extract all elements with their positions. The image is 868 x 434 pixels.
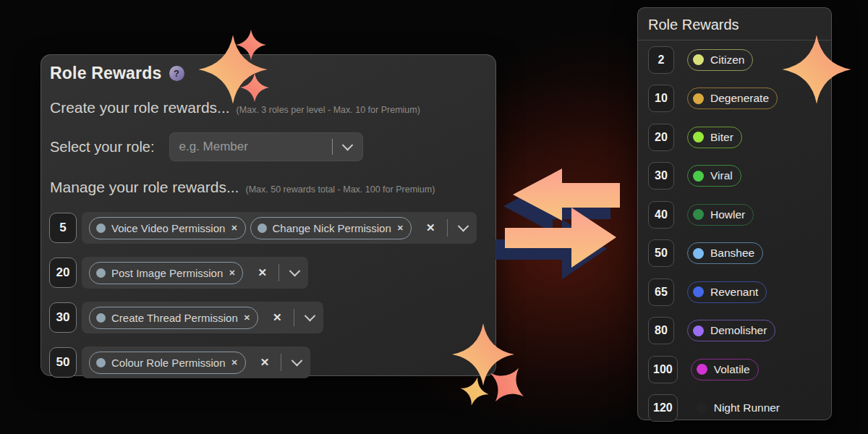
permission-tags: Post Image Permission ✕	[89, 262, 243, 284]
permission-tag: Post Image Permission ✕	[89, 262, 243, 284]
clear-row-button[interactable]: ✕	[273, 311, 282, 324]
permission-tag-label: Create Thread Permission	[111, 312, 238, 324]
list-panel-title: Role Rewards	[648, 17, 821, 33]
editor-rows: 5 Voice Video Permission ✕ Change Nick P…	[49, 212, 487, 378]
reward-editor-row: 50 Colour Role Permission ✕ ✕	[49, 346, 487, 378]
permission-tag-label: Voice Video Permission	[111, 222, 225, 234]
row-divider	[447, 219, 448, 237]
permission-tags: Create Thread Permission ✕	[89, 307, 258, 329]
remove-tag-button[interactable]: ✕	[229, 268, 235, 278]
row-divider	[281, 354, 281, 371]
remove-tag-button[interactable]: ✕	[244, 313, 250, 323]
role-color-dot	[693, 248, 704, 259]
reward-list-row: 120 Night Runner	[648, 389, 821, 428]
level-value: 100	[653, 363, 673, 376]
role-color-dot	[693, 326, 704, 336]
reward-list-row: 65 Revenant	[648, 273, 821, 312]
role-pill: Demolisher	[687, 320, 775, 341]
permission-tag-label: Change Nick Permission	[273, 222, 391, 234]
level-badge: 30	[648, 162, 674, 190]
level-badge: 50	[648, 239, 674, 267]
panel-header: Role Rewards ?	[50, 64, 487, 83]
manage-limit-note: (Max. 50 rewards total - Max. 100 for Pr…	[245, 184, 435, 195]
role-color-dot	[693, 54, 704, 65]
clear-row-button[interactable]: ✕	[258, 266, 267, 279]
role-pill: Howler	[687, 204, 754, 226]
level-badge: 120	[648, 394, 678, 422]
role-name: Demolisher	[710, 324, 767, 337]
role-name: Revenant	[710, 286, 758, 299]
remove-tag-button[interactable]: ✕	[397, 224, 404, 233]
role-pill: Degenerate	[687, 88, 778, 109]
role-name: Banshee	[710, 247, 754, 260]
role-color-dot	[693, 286, 704, 297]
role-name: Night Runner	[714, 401, 780, 414]
chevron-down-icon[interactable]	[289, 265, 301, 276]
role-select-placeholder: e.g. Member	[179, 140, 328, 154]
level-badge: 2	[648, 46, 674, 74]
role-pill: Banshee	[687, 242, 763, 264]
level-value: 30	[655, 169, 668, 182]
chevron-down-icon	[341, 139, 353, 150]
level-badge: 100	[648, 356, 678, 383]
level-value: 50	[56, 355, 70, 370]
role-rewards-list-panel: Role Rewards 2 Citizen 10 Degenerate 20 …	[637, 7, 832, 420]
reward-list-row: 30 Viral	[648, 157, 821, 196]
permission-tag: Change Nick Permission ✕	[250, 217, 412, 239]
permission-tags: Colour Role Permission ✕	[89, 352, 246, 374]
permission-dot	[258, 224, 267, 233]
role-name: Biter	[710, 131, 733, 144]
level-value: 80	[655, 324, 668, 337]
chevron-down-icon[interactable]	[457, 220, 469, 231]
level-input[interactable]: 50	[49, 347, 77, 378]
reward-list-row: 100 Volatile	[648, 350, 821, 389]
remove-tag-button[interactable]: ✕	[231, 224, 237, 233]
chevron-down-icon[interactable]	[304, 310, 315, 321]
reward-list-row: 50 Banshee	[648, 234, 821, 273]
row-divider	[278, 264, 279, 281]
reward-list-row: 2 Citizen	[648, 41, 821, 80]
level-value: 50	[655, 247, 668, 260]
level-value: 120	[653, 401, 673, 414]
manage-heading: Manage your role rewards...	[50, 179, 239, 195]
level-input[interactable]: 20	[49, 258, 77, 288]
role-pill: Citizen	[687, 49, 753, 71]
role-name: Citizen	[710, 54, 744, 67]
reward-list-row: 20 Biter	[648, 118, 821, 157]
clear-row-button[interactable]: ✕	[260, 356, 270, 369]
reward-list-row: 80 Demolisher	[648, 312, 821, 351]
role-name: Howler	[710, 208, 745, 221]
reward-editor-row: 5 Voice Video Permission ✕ Change Nick P…	[49, 212, 487, 244]
role-name: Degenerate	[710, 92, 769, 105]
role-pill: Night Runner	[691, 397, 788, 419]
row-divider	[294, 309, 294, 326]
reward-editor-row: 20 Post Image Permission ✕ ✕	[49, 257, 487, 289]
role-name: Volatile	[714, 363, 750, 376]
clear-row-button[interactable]: ✕	[426, 221, 435, 234]
reward-row-body: Voice Video Permission ✕ Change Nick Per…	[82, 212, 477, 244]
role-pill: Volatile	[691, 359, 759, 380]
permission-tags: Voice Video Permission ✕ Change Nick Per…	[89, 217, 412, 239]
chevron-down-icon[interactable]	[292, 354, 303, 366]
level-value: 30	[56, 310, 70, 325]
level-input[interactable]: 5	[49, 213, 77, 243]
permission-tag: Voice Video Permission ✕	[89, 217, 246, 239]
level-badge: 80	[648, 317, 674, 344]
manage-section-heading: Manage your role rewards...(Max. 50 rewa…	[50, 179, 487, 196]
role-color-dot	[697, 364, 707, 375]
level-value: 65	[655, 286, 668, 299]
create-section-heading: Create your role rewards...(Max. 3 roles…	[50, 99, 487, 116]
level-value: 20	[655, 131, 668, 144]
role-pill: Biter	[687, 127, 742, 148]
permission-tag: Colour Role Permission ✕	[89, 352, 246, 374]
help-icon[interactable]: ?	[169, 66, 184, 81]
role-select-dropdown[interactable]: e.g. Member	[169, 132, 363, 161]
permission-dot	[96, 313, 106, 323]
level-badge: 65	[648, 278, 674, 306]
level-badge: 10	[648, 85, 674, 112]
permission-tag: Create Thread Permission ✕	[89, 307, 258, 329]
reward-row-body: Post Image Permission ✕ ✕	[82, 257, 308, 289]
role-select-row: Select your role: e.g. Member	[50, 132, 487, 161]
remove-tag-button[interactable]: ✕	[231, 358, 238, 367]
level-input[interactable]: 30	[49, 302, 77, 333]
